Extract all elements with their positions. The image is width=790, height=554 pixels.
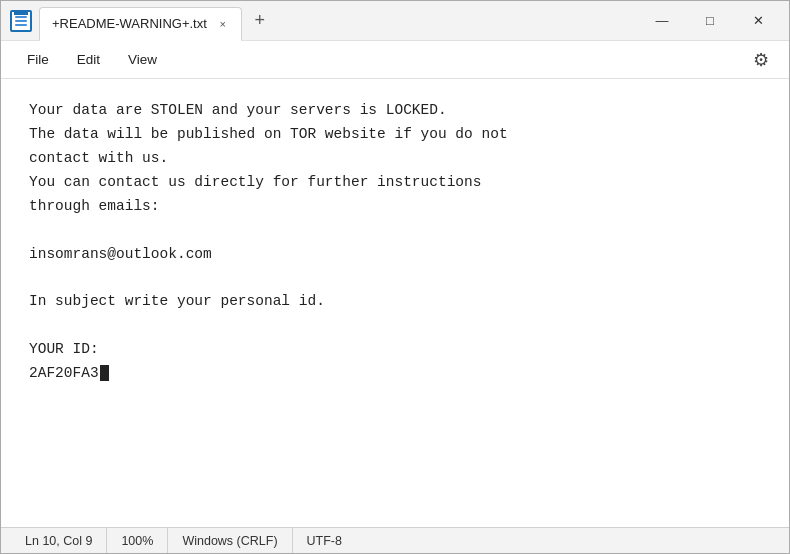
text-editor-content[interactable]: Your data are STOLEN and your servers is… — [1, 79, 789, 527]
zoom-level: 100% — [107, 528, 168, 553]
icon-line — [15, 20, 27, 22]
main-window: STOLEN +README-WARNING+.txt × + — □ ✕ Fi… — [0, 0, 790, 554]
line-ending[interactable]: Windows (CRLF) — [168, 528, 292, 553]
text-cursor — [100, 365, 109, 381]
icon-line — [15, 16, 27, 18]
menu-view[interactable]: View — [114, 46, 171, 73]
app-icon — [9, 9, 33, 33]
active-tab[interactable]: +README-WARNING+.txt × — [39, 7, 242, 41]
menu-bar: File Edit View ⚙ — [1, 41, 789, 79]
menu-edit[interactable]: Edit — [63, 46, 114, 73]
cursor-position: Ln 10, Col 9 — [11, 528, 107, 553]
minimize-button[interactable]: — — [639, 5, 685, 37]
menu-file[interactable]: File — [13, 46, 63, 73]
encoding[interactable]: UTF-8 — [293, 528, 356, 553]
window-controls: — □ ✕ — [639, 5, 781, 37]
icon-line — [15, 24, 27, 26]
tab-label: +README-WARNING+.txt — [52, 16, 207, 31]
status-bar: Ln 10, Col 9 100% Windows (CRLF) UTF-8 — [1, 527, 789, 553]
tab-close-button[interactable]: × — [215, 16, 231, 32]
notepad-icon — [10, 10, 32, 32]
maximize-button[interactable]: □ — [687, 5, 733, 37]
editor-text: Your data are STOLEN and your servers is… — [29, 99, 761, 386]
title-bar: +README-WARNING+.txt × + — □ ✕ — [1, 1, 789, 41]
settings-button[interactable]: ⚙ — [745, 44, 777, 76]
close-button[interactable]: ✕ — [735, 5, 781, 37]
new-tab-button[interactable]: + — [246, 7, 274, 35]
gear-icon: ⚙ — [753, 49, 769, 71]
